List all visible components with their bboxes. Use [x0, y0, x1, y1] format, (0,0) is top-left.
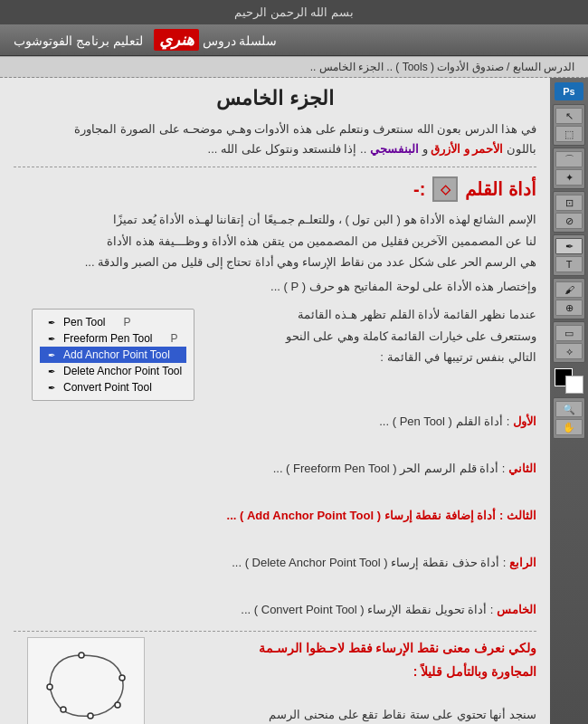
clone-tool[interactable]: ⊕	[555, 300, 583, 316]
second-label: الثاني	[508, 462, 536, 475]
svg-point-1	[79, 653, 84, 658]
freeform-menu-label: Freeform Pen Tool	[63, 332, 153, 345]
marquee-tool[interactable]: ⬚	[555, 126, 583, 142]
fourth-text: : أداة حذف نقطة إرساء ( Delete Anchor Po…	[232, 556, 506, 569]
desc2: لنا عن المصممين الآخرين فقليل من المصممي…	[107, 234, 536, 248]
wand-tool[interactable]: ✦	[555, 169, 583, 186]
lasso-tool[interactable]: ⌒	[555, 151, 583, 167]
pen-menu-label: Pen Tool	[63, 316, 105, 329]
brush-tool[interactable]: 🖌	[555, 281, 583, 298]
pen-tool-btn[interactable]: ✒	[555, 238, 583, 254]
hand-tool[interactable]: ✋	[555, 419, 583, 435]
path-tool[interactable]: ⟡	[555, 343, 583, 359]
pen-tools: ✒ T	[553, 234, 585, 276]
menu-intro2: وستتعرف على خيارات القائمة كاملة وهي على…	[286, 329, 536, 343]
color-picker[interactable]	[555, 368, 583, 394]
part-title: الجزء الخامس	[14, 87, 536, 110]
svg-point-5	[61, 707, 66, 712]
divider-1	[14, 167, 536, 167]
menu-item-delete-anchor[interactable]: ✒ Delete Anchor Point Tool	[40, 363, 186, 379]
main-content: Ps ↖ ⬚ ⌒ ✦ ⊡	[0, 78, 588, 724]
ps-toolbox: Ps ↖ ⬚ ⌒ ✦ ⊡	[550, 78, 588, 724]
content-area: الجزء الخامس في هذا الدرس بعون الله سنتع…	[0, 78, 550, 724]
third-text: : أداة إضافة نقطة إرساء ( Add Anchor Poi…	[227, 509, 504, 522]
crop-tool[interactable]: ⊡	[555, 195, 583, 211]
tool-second: الثاني : أداة قلم الرسم الحر ( Freeform …	[14, 457, 536, 481]
menu-section: ✒ Pen Tool P ✒ Freeform Pen Tool P ✒ Add…	[14, 304, 536, 410]
divider-2	[14, 631, 536, 632]
pen-tool-title-suf: :-	[413, 179, 425, 200]
fourth-label: الرابع	[509, 556, 536, 569]
tool-first: الأول : أداة القلم ( Pen Tool ) ...	[14, 410, 536, 433]
first-label: الأول	[513, 414, 536, 428]
pen-tool-title-pre: أداة القلم	[465, 178, 536, 200]
obs-title: ولكي نعرف معنى نقط الإرساء فقط لاحـظوا ا…	[259, 641, 536, 655]
breadcrumb: الدرس السابع / صندوق الأدوات ( Tools ) .…	[0, 56, 588, 78]
series-suffix: لتعليم برنامج الفوتوشوب	[14, 33, 143, 48]
clone-icon: ⊕	[565, 302, 574, 314]
intro-red: الأحمر و الأزرق	[431, 142, 503, 156]
third-label: الثالث	[507, 509, 536, 522]
shortcut-text: وإختصار هذه الأداة على لوحة المفاتيح هو …	[14, 280, 536, 293]
type-icon: T	[566, 259, 573, 270]
app-window: بسم الله الرحمن الرحيم سلسلة دروس هنري ل…	[0, 0, 588, 724]
lasso-icon: ⌒	[564, 153, 574, 167]
freeform-menu-icon: ✒	[44, 334, 59, 344]
pen-menu-icon: ✒	[44, 318, 59, 328]
intro-line2-suf: .. إذا فلنستعد ونتوكل على الله ...	[208, 142, 367, 156]
view-tools: 🔍 ✋	[553, 397, 585, 439]
svg-point-4	[88, 713, 93, 719]
menu-item-pen[interactable]: ✒ Pen Tool P	[40, 314, 186, 330]
menu-item-convert[interactable]: ✒ Convert Point Tool	[40, 379, 186, 395]
add-anchor-menu-icon: ✒	[44, 350, 59, 360]
path-icon: ⟡	[566, 346, 573, 357]
paint-tools: 🖌 ⊕	[553, 278, 585, 319]
menu-item-freeform[interactable]: ✒ Freeform Pen Tool P	[40, 330, 186, 347]
slice-tool[interactable]: ⊘	[555, 213, 583, 229]
convert-menu-icon: ✒	[44, 383, 59, 393]
tool-list: الأول : أداة القلم ( Pen Tool ) ... الثا…	[14, 410, 536, 622]
tool-fifth: الخامس : أداة تحويل نقطة الإرساء ( Conve…	[14, 598, 536, 622]
freeform-shortcut: P	[171, 332, 178, 345]
pen-desc-1: الإسم الشائع لهذه الأداة هو ( البن تول )…	[14, 209, 536, 272]
background-color[interactable]	[565, 376, 583, 394]
series-label: سلسلة دروس	[203, 33, 278, 48]
move-tool[interactable]: ↖	[555, 108, 583, 124]
logo-box: هنري	[154, 29, 199, 51]
menu-item-add-anchor[interactable]: ✒ Add Anchor Point Tool	[40, 347, 186, 363]
anchor-path-svg	[32, 642, 140, 724]
shape-tool[interactable]: ▭	[555, 325, 583, 341]
first-text: : أداة القلم ( Pen Tool ) ...	[379, 414, 509, 428]
shape-tools: ▭ ⟡	[553, 321, 585, 363]
lasso-tools: ⌒ ✦	[553, 148, 585, 189]
title-bar-text: سلسلة دروس هنري لتعليم برنامج الفوتوشوب	[14, 30, 277, 50]
fifth-label: الخامس	[497, 603, 536, 616]
slice-icon: ⊘	[565, 215, 574, 227]
observation-section: ولكي نعرف معنى نقط الإرساء فقط لاحـظوا ا…	[14, 637, 536, 724]
menu-popup: ✒ Pen Tool P ✒ Freeform Pen Tool P ✒ Add…	[32, 309, 194, 401]
obs-body1: سنجد أنها تحتوي على ستة نقاط تقع على منح…	[269, 708, 536, 721]
intro-line2-pre: باللون	[503, 142, 536, 156]
pen-tool-section-title: أداة القلم ◇ :-	[14, 176, 536, 202]
type-tool-btn[interactable]: T	[555, 256, 583, 272]
crop-icon: ⊡	[565, 197, 574, 209]
drawing-area	[27, 637, 145, 724]
svg-point-2	[119, 675, 125, 681]
move-icon: ↖	[565, 110, 574, 122]
brush-icon: 🖌	[564, 284, 574, 295]
shape-icon: ▭	[564, 328, 574, 339]
title-bar: سلسلة دروس هنري لتعليم برنامج الفوتوشوب	[0, 24, 588, 56]
zoom-tool[interactable]: 🔍	[555, 401, 583, 417]
intro-line2-mid: و	[419, 142, 428, 156]
breadcrumb-text: الدرس السابع / صندوق الأدوات ( Tools ) .…	[310, 61, 574, 73]
crop-tools: ⊡ ⊘	[553, 191, 585, 233]
hand-icon: ✋	[563, 422, 575, 433]
bismillah-text: بسم الله الرحمن الرحيم	[234, 5, 354, 19]
add-anchor-label: Add Anchor Point Tool	[63, 348, 170, 361]
obs-subtitle: المجاورة وبالتأمل قليلاً :	[413, 664, 536, 679]
pen-icon: ✒	[565, 241, 574, 252]
second-text: : أداة قلم الرسم الحر ( Freeform Pen Too…	[273, 462, 506, 475]
pen-shortcut: P	[123, 316, 130, 329]
del-anchor-menu-icon: ✒	[44, 367, 59, 376]
selection-tools: ↖ ⬚	[553, 104, 585, 146]
